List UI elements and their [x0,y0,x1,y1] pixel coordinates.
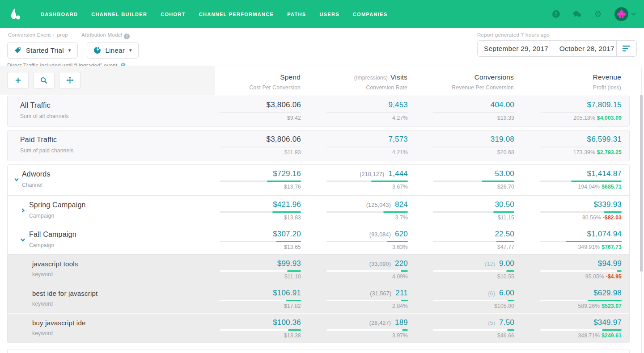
search-button[interactable] [33,72,55,88]
profit-value: -$82.03 [603,214,622,221]
table-row-best-ide-for-javascript[interactable]: best ide for javascriptkeyword$106.91$17… [8,284,629,313]
share-bar [220,241,301,242]
share-bar [540,241,622,242]
revenue-cell: $1,414.87194.04%$685.71 [514,165,622,195]
metric-value: 7,573 [388,135,408,143]
column-header-revenue[interactable]: Revenue Profit (loss) [514,66,621,91]
nav-item-cohort[interactable]: COHORT [154,12,192,17]
metric-sub-value: $11.93 [215,149,301,155]
metric-sub-value: $105.00 [408,303,514,309]
column-header-conversions[interactable]: Conversions Revenue Per Conversion [407,66,514,91]
nav-item-companies[interactable]: COMPANIES [346,12,394,17]
row-label-cell: javascript toolskeyword [8,255,215,284]
conversions-cell: 53.00$26.70 [408,165,514,195]
scrollbar-thumb[interactable] [640,95,643,272]
share-bar [220,181,301,182]
caret-down-icon: ▾ [129,47,132,53]
plus-icon [15,77,21,84]
metric-sub-value: 4.21% [301,149,408,155]
metric-value: $94.99 [598,259,622,268]
metric-value: $307.20 [273,230,301,238]
share-bar [433,211,514,213]
account-menu[interactable] [614,7,636,21]
attribution-model-select[interactable]: Linear ▾ [87,42,139,59]
metric-value: $729.16 [273,169,301,178]
metric-sub-value: $10.55 [408,273,514,280]
metric-value: $1,074.94 [587,230,622,238]
row-label-cell: Fall CampaignCampaign [8,225,215,254]
profit-value: $685.71 [602,184,622,190]
row-label-cell: AdwordsChannel [8,165,215,195]
chevron-down-icon[interactable] [14,177,19,182]
table-row-fall-campaign[interactable]: Fall CampaignCampaign$307.20$13.65(93,08… [8,225,629,254]
attribution-logo[interactable] [8,7,23,22]
metric-sub-value: $46.66 [408,332,514,339]
conversions-cell: (12)9.00$10.55 [408,255,514,284]
share-bar [540,270,622,272]
row-name: Spring Campaign [29,201,215,209]
spend-cell: $307.20$13.65 [215,225,301,254]
attribution-model-label: Attribution Modeli [81,32,130,39]
metric-value: 319.08 [491,135,514,143]
visits-cell: (31,567)2112.84% [301,284,408,313]
nav-item-channel-performance[interactable]: CHANNEL PERFORMANCE [192,12,281,17]
nav-item-channel-builder[interactable]: CHANNEL BUILDER [85,12,154,17]
metric-sub-value: 589.26%$523.07 [514,303,622,309]
share-bar [433,329,514,331]
row-type: Channel [22,182,215,188]
metric-value: 824 [395,200,408,209]
visits-cell: 675 [301,349,408,353]
nav-item-users[interactable]: USERS [313,12,346,17]
table-row-adwords[interactable]: AdwordsChannel$729.16$13.76(218,127)1,44… [8,165,629,195]
share-bar [326,329,408,331]
metric-value: 6.00 [499,289,514,297]
revenue-cell: $7,809.15205.18%$4,003.09 [514,96,622,126]
revenue-cell: $339.9380.56%-$82.03 [514,196,622,225]
impressions-value: (125,043) [366,202,391,208]
help-icon[interactable]: ? [551,10,560,19]
row-type: keyword [32,271,215,277]
table-row-all-traffic[interactable]: All TrafficSum of all channels$3,806.06$… [8,96,629,126]
chevron-right-icon[interactable] [20,208,25,213]
row-name: Paid Traffic [20,136,215,144]
report-generated-label: Report generated 7 hours ago [477,32,637,38]
conversion-event-select[interactable]: Started Trial ▾ [7,42,78,59]
row-type: keyword [32,301,215,307]
row-label-cell: buy javascript idekeyword [8,314,215,343]
metric-sub-value: 95.05%-$4.95 [514,273,622,280]
chevron-down-icon[interactable] [20,237,25,243]
column-header-spend[interactable]: Spend Cost Per Conversion [215,66,301,91]
metric-value: $339.93 [593,200,622,209]
metric-sub-value: 349.91%$767.73 [514,244,622,250]
share-bar [433,241,514,242]
metric-sub-value: 80.56%-$82.03 [514,214,622,221]
metric-sub-value: 4.27% [301,115,408,121]
move-button[interactable] [59,72,80,88]
date-range-picker[interactable]: September 29, 2017 - October 28, 2017 [477,40,637,57]
spend-cell: $99.93$11.10 [215,255,301,284]
column-header-visits[interactable]: (Impressions)Visits Conversion Rate [301,66,407,91]
metric-value: $1,414.87 [587,169,622,178]
profit-value: $249.61 [602,332,622,339]
conversions-cell: 404.00$19.33 [408,96,514,126]
nav-item-dashboard[interactable]: DASHBOARD [34,12,85,17]
date-filter-icon[interactable] [617,46,636,52]
table-row-buy-javascript-ide[interactable]: buy javascript idekeyword$100.36$13.38(2… [8,313,629,343]
revenue-cell: $349.97348.71%$249.61 [514,314,622,343]
table-row-spring-campaign[interactable]: Spring CampaignCampaign$421.96$13.83(125… [8,195,629,225]
profit-percent: 80.56% [582,214,601,221]
table-row-paid-traffic[interactable]: Paid TrafficSum of paid channels$3,806.0… [8,130,629,161]
table-row-javascript-tools[interactable]: javascript toolskeyword$99.93$11.10(33,0… [8,254,629,284]
conversions-cell: 30.50$11.15 [408,196,514,225]
metric-value: 220 [395,259,408,268]
add-channel-button[interactable] [7,72,29,88]
metric-value: 620 [395,230,408,238]
chat-icon[interactable] [572,10,581,19]
table-row-video[interactable]: VideoChannel$380.8067514.00$944.07 [8,349,629,353]
settings-icon[interactable]: ⚙ [593,10,602,19]
metric-sub-value: 3.97% [301,332,408,339]
info-icon[interactable]: i [124,34,130,39]
revenue-cell: $6,599.31173.39%$2,793.25 [514,130,622,161]
nav-item-paths[interactable]: PATHS [280,12,313,17]
visits-cell: (93,084)6203.63% [301,225,408,254]
